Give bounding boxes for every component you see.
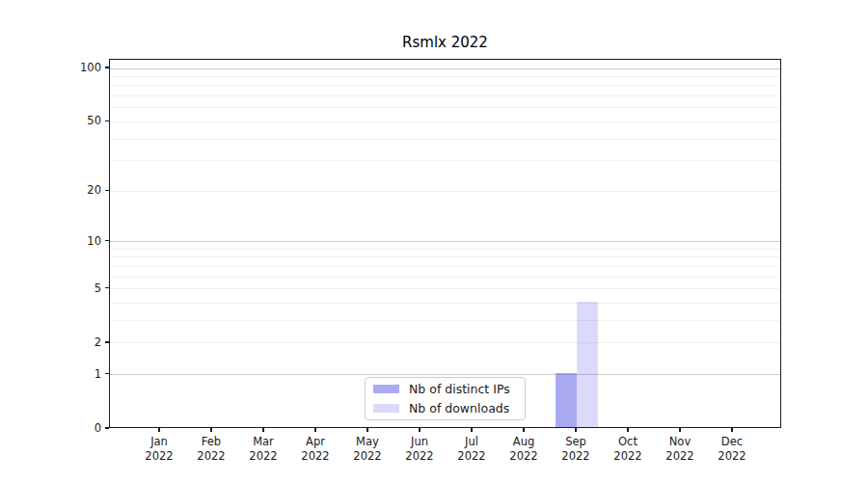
gridline: [110, 139, 780, 140]
y-tick: [105, 120, 109, 121]
gridline: [110, 107, 780, 108]
y-tick: [105, 373, 109, 374]
legend-swatch-distinct-ips: [373, 385, 399, 393]
gridline: [110, 85, 780, 86]
bar-downloads-sep-2022: [577, 302, 598, 427]
y-tick-label: 2: [43, 335, 101, 349]
gridline: [110, 241, 780, 242]
gridline: [110, 160, 780, 161]
x-tick-label: Sep 2022: [550, 435, 602, 463]
x-tick-label: Jun 2022: [393, 435, 446, 463]
x-tick: [158, 428, 159, 432]
gridline: [110, 288, 780, 289]
legend: Nb of distinct IPs Nb of downloads: [365, 377, 526, 420]
x-tick-label: May 2022: [341, 435, 393, 463]
x-tick: [314, 428, 315, 432]
x-tick-label: Jul 2022: [446, 435, 498, 463]
x-tick: [366, 428, 367, 432]
x-tick: [523, 428, 524, 432]
y-tick: [105, 341, 109, 342]
x-tick: [731, 428, 732, 432]
x-tick-label: Jan 2022: [133, 435, 185, 463]
gridline: [110, 191, 780, 192]
bar-distinct-ips-sep-2022: [556, 373, 577, 427]
x-tick: [210, 428, 211, 432]
gridline: [110, 95, 780, 96]
x-tick-label: Dec 2022: [706, 435, 758, 463]
x-tick: [575, 428, 576, 432]
gridline: [110, 374, 780, 375]
y-tick-label: 20: [43, 183, 101, 197]
y-tick: [105, 67, 109, 67]
gridline: [110, 277, 780, 278]
legend-label-downloads: Nb of downloads: [409, 401, 509, 415]
y-tick-label: 1: [43, 367, 101, 381]
x-tick: [679, 428, 680, 432]
plot-area: [109, 59, 781, 428]
legend-label-distinct-ips: Nb of distinct IPs: [409, 382, 510, 396]
legend-item-distinct-ips: Nb of distinct IPs: [373, 381, 519, 397]
x-tick: [419, 428, 420, 432]
gridline: [110, 76, 780, 77]
x-tick-label: Nov 2022: [654, 435, 706, 463]
gridline: [110, 342, 780, 343]
x-tick-label: Apr 2022: [289, 435, 341, 463]
gridline: [110, 68, 780, 69]
x-tick: [471, 428, 472, 432]
gridline: [110, 303, 780, 304]
y-tick-label: 5: [43, 281, 101, 295]
x-tick-label: Mar 2022: [237, 435, 289, 463]
y-tick: [105, 240, 109, 241]
x-tick: [262, 428, 263, 432]
gridline: [110, 266, 780, 267]
y-tick-label: 50: [43, 114, 101, 127]
y-tick-label: 10: [43, 234, 101, 248]
legend-item-downloads: Nb of downloads: [373, 400, 519, 416]
x-tick: [627, 428, 628, 432]
x-tick-label: Aug 2022: [498, 435, 550, 463]
y-tick-label: 100: [43, 61, 101, 74]
gridline: [110, 256, 780, 257]
chart-title: Rsmlx 2022: [109, 34, 781, 51]
y-tick-label: 0: [43, 421, 101, 435]
x-tick-label: Feb 2022: [185, 435, 237, 463]
y-tick: [105, 427, 109, 428]
y-tick: [105, 287, 109, 288]
gridline: [110, 320, 780, 321]
figure: Rsmlx 2022 0125102050100 Jan 2022Feb 202…: [0, 0, 868, 482]
x-tick-label: Oct 2022: [602, 435, 654, 463]
gridline: [110, 249, 780, 250]
legend-swatch-downloads: [373, 404, 399, 413]
y-tick: [105, 190, 109, 191]
gridline: [110, 121, 780, 122]
